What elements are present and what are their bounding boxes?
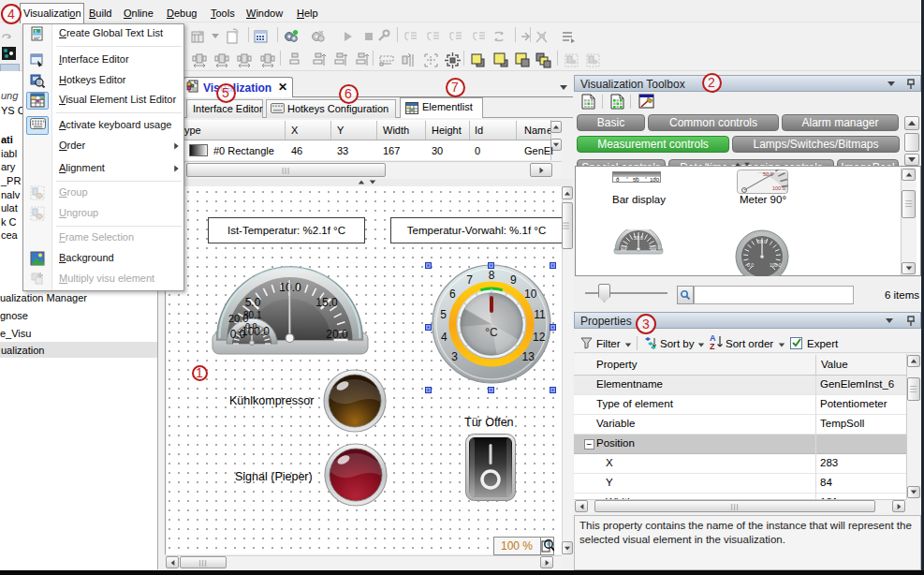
svg-text:°C: °C	[485, 326, 498, 339]
svg-text:50: 50	[633, 177, 639, 183]
svg-text:13: 13	[522, 350, 535, 363]
svg-text:5.0: 5.0	[245, 296, 261, 309]
svg-text:8: 8	[489, 269, 495, 282]
svg-text:100.0: 100.0	[772, 185, 785, 191]
svg-text:100: 100	[650, 177, 660, 183]
svg-text:0.0: 0.0	[230, 328, 246, 341]
svg-text:6: 6	[449, 288, 456, 301]
svg-text:9: 9	[510, 273, 517, 287]
svg-text:100.0: 100.0	[649, 244, 661, 250]
svg-text:0.0: 0.0	[747, 262, 754, 268]
svg-text:15.0: 15.0	[315, 296, 338, 309]
svg-text:11: 11	[534, 308, 546, 321]
svg-text:3: 3	[451, 350, 458, 363]
svg-text:80.1: 80.1	[243, 310, 262, 320]
svg-text:0.0: 0.0	[621, 244, 627, 250]
svg-text:7: 7	[466, 273, 473, 287]
svg-text:4: 4	[441, 331, 447, 344]
svg-text:100.0: 100.0	[770, 262, 782, 268]
svg-text:Z: Z	[710, 342, 715, 350]
svg-text:20.0: 20.0	[326, 328, 348, 341]
svg-text:50.0: 50.0	[763, 171, 773, 177]
svg-text:10: 10	[524, 288, 537, 301]
svg-text:12: 12	[533, 331, 546, 344]
svg-text:5: 5	[440, 308, 447, 321]
